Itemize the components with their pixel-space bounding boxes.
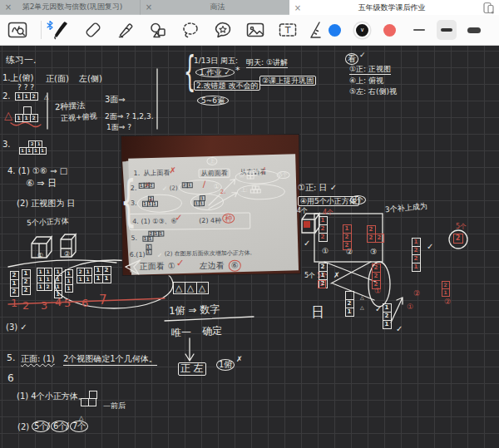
block-diagram [81, 391, 96, 406]
ink-note: (2) 正视图为 日 [17, 199, 76, 209]
inspect-tool-button[interactable] [7, 19, 28, 41]
ink-note: △ [4, 110, 12, 122]
stroke-width-medium[interactable] [437, 20, 457, 40]
shapes-tool-button[interactable] [147, 19, 169, 41]
ink-note: 左(侧) [79, 74, 102, 84]
tab-bar: × 第2单元因数与倍数(巩固复习) × 商法 × 五年级数学课后作业 [0, 0, 499, 15]
ink-note: ① [407, 303, 413, 311]
block-diagram: 2 [318, 280, 325, 288]
text-tool-button[interactable]: T [277, 19, 299, 41]
ink-note: 1俯 [216, 359, 235, 371]
lasso-tool-button[interactable] [180, 19, 201, 41]
block-diagram: 112 [15, 92, 37, 100]
ink-note: 7 [99, 293, 107, 308]
block-diagram [250, 185, 260, 192]
ink-note: 6 [82, 298, 88, 310]
ink-note: ②课上提升巩固 [259, 76, 316, 86]
block-diagram: 111112 [37, 268, 52, 290]
ink-note: ③ [370, 248, 377, 256]
ink-note: ✓ [175, 213, 182, 224]
ink-note: ①正: 正视图 [349, 65, 391, 75]
tab-close-icon[interactable]: × [141, 2, 157, 12]
ink-note: ① [322, 247, 329, 255]
ink-note: 1.上(俯) [2, 73, 33, 83]
ink-note: (1) 4个小正方体。 [17, 391, 86, 401]
ink-note: ✓ [176, 258, 185, 269]
ink-note: ①正: 日 ✓ [298, 183, 337, 193]
ink-note: ② [413, 289, 420, 298]
star-sticker-tool-button[interactable] [212, 19, 234, 41]
pen-tool-button[interactable] [50, 19, 72, 41]
ink-note: ✓ [396, 324, 403, 334]
tab-unit2-factors[interactable]: × 第2单元因数与倍数(巩固复习) [0, 0, 140, 15]
block-diagram: 1211 [94, 266, 111, 283]
ink-note: 正面: (1) [21, 354, 55, 364]
ink-note: (2) 4种 [199, 217, 221, 224]
color-swatch-red[interactable] [383, 24, 396, 37]
ink-note: (2) [17, 422, 29, 432]
color-swatch-blue[interactable] [329, 24, 341, 37]
ruler-tool-button[interactable] [309, 19, 321, 41]
ink-note: 2. [220, 189, 226, 195]
block-diagram: 122 [22, 269, 30, 294]
ink-note: 俯: [240, 173, 246, 179]
ink-note: 明天: ①讲解 [246, 58, 288, 68]
stroke-width-thin[interactable] [409, 20, 429, 40]
ink-note: △ [360, 305, 364, 311]
tab-label: 第2单元因数与倍数(巩固复习) [17, 2, 140, 12]
new-window-icon[interactable] [477, 1, 499, 15]
ink-note: * [235, 66, 240, 76]
block-diagram: 1111 [54, 268, 62, 298]
embedded-photo[interactable]: {1.从上面看✗上从前面看从左边看/2.✗✓(2)/①3.✗2.俯:上:5个4.… [121, 135, 300, 275]
ink-note: ✓ [427, 242, 433, 252]
ink-note: 6 [7, 373, 14, 385]
ink-note: ✓ [375, 304, 382, 314]
ink-note: 3个 [350, 195, 366, 204]
ink-note: 6.(1) [130, 251, 146, 258]
ink-note: 1/13日 周五: [194, 57, 238, 65]
ink-note: 7个 [70, 421, 88, 432]
highlighter-tool-button[interactable] [115, 19, 136, 41]
block-diagram: 11 [146, 244, 151, 254]
ink-note: ✗ [333, 271, 340, 279]
ink-note: ✗ [236, 355, 243, 363]
ink-note: 2.改错题 改不会的 [194, 81, 260, 91]
block-diagram: 2111 [142, 196, 157, 206]
toolbar: T ∨ [0, 15, 499, 46]
ink-note: 3. [2, 140, 11, 150]
ink-note: 正视+俯视 [61, 111, 97, 122]
block-diagram: 111 [194, 195, 205, 205]
ink-note: 4 [55, 297, 62, 309]
ink-note: ② [444, 298, 451, 306]
ink-note: 2. [131, 185, 137, 192]
tab-close-icon[interactable]: × [289, 3, 306, 12]
image-tool-button[interactable] [245, 19, 266, 41]
ink-note: 看 [345, 53, 358, 65]
block-diagram: 21 [345, 291, 353, 316]
ink-note: △ [44, 94, 48, 101]
ink-note: 5 [64, 298, 71, 310]
block-diagram: 2 [453, 234, 462, 243]
tab-grade5-homework[interactable]: × 五年级数学课后作业 [289, 0, 499, 15]
ink-note: 4. (1) ①⑥ ⇒ □ [7, 166, 67, 176]
ink-note: 1 [11, 298, 17, 310]
block-diagram: 112 [139, 183, 154, 188]
ink-note: 唯一 [171, 327, 191, 339]
drawing-canvas[interactable]: {1.从上面看✗上从前面看从左边看/2.✗✓(2)/①3.✗2.俯:上:5个4.… [0, 46, 499, 448]
ink-note: 3 [41, 300, 47, 313]
block-diagram: 222 [372, 263, 380, 288]
ink-note: 左边看 [200, 261, 225, 271]
text-tool-glyph: T [284, 25, 291, 36]
tab-shangfa[interactable]: × 商法 [140, 0, 289, 15]
eraser-tool-button[interactable] [82, 19, 104, 41]
ink-note: 练习一. [6, 56, 37, 66]
ink-note: 1.作业 ✓ [195, 67, 235, 77]
tab-close-icon[interactable]: × [0, 2, 17, 12]
block-diagram: 122 [319, 216, 327, 241]
ink-note: (2) [170, 185, 178, 191]
block-diagram: 121 [383, 303, 391, 328]
ink-note: ④上: 俯视 [349, 76, 383, 85]
color-swatch-black[interactable]: ∨ [354, 22, 370, 38]
stroke-width-thick[interactable] [464, 20, 484, 40]
block-diagram: 112 [15, 106, 37, 121]
